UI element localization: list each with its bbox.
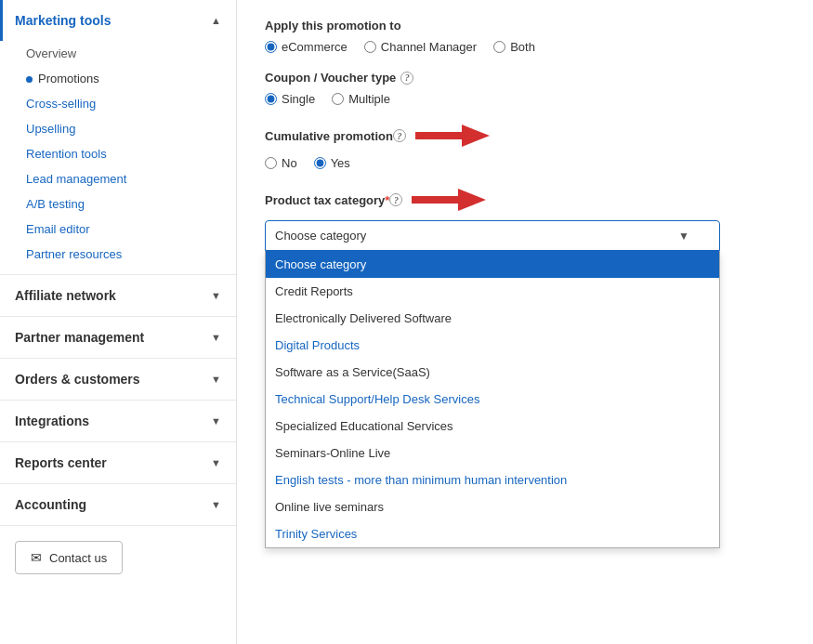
sidebar-item-integrations[interactable]: Integrations ▼ (0, 401, 236, 441)
dropdown-item-seminars-online[interactable]: Seminars-Online Live (266, 440, 719, 467)
dropdown-selected-text: Choose category (275, 229, 366, 243)
chevron-up-icon: ▲ (211, 15, 221, 26)
chevron-down-icon: ▼ (211, 290, 221, 301)
dropdown-item-electronically-delivered[interactable]: Electronically Delivered Software (266, 305, 719, 332)
radio-ecommerce-input[interactable] (265, 41, 277, 53)
product-tax-section: Product tax category * ? Choose category… (265, 187, 785, 251)
sidebar-section-affiliate-network: Affiliate network ▼ (0, 275, 236, 317)
dropdown-item-english-tests[interactable]: English tests - more than minimum human … (266, 467, 719, 493)
sidebar-item-promotions[interactable]: Promotions (0, 66, 236, 91)
sidebar-item-partner-resources[interactable]: Partner resources (0, 242, 236, 267)
svg-marker-0 (415, 125, 490, 147)
sidebar-section-reports-center: Reports center ▼ (0, 442, 236, 484)
dropdown-item-choose[interactable]: Choose category (266, 251, 719, 278)
sidebar-item-affiliate-network[interactable]: Affiliate network ▼ (0, 275, 236, 316)
chevron-down-icon: ▼ (211, 457, 221, 468)
product-tax-label-row: Product tax category * ? (265, 187, 785, 213)
radio-channel-manager[interactable]: Channel Manager (364, 40, 477, 54)
radio-no[interactable]: No (265, 156, 297, 170)
apply-promotion-label: Apply this promotion to (265, 19, 785, 33)
radio-single[interactable]: Single (265, 92, 315, 106)
product-tax-dropdown-list: Choose category Credit Reports Electroni… (265, 251, 720, 548)
radio-both[interactable]: Both (493, 40, 535, 54)
sidebar-item-marketing-tools[interactable]: Marketing tools ▲ (0, 0, 236, 41)
coupon-voucher-section: Coupon / Voucher type ? Single Multiple (265, 71, 785, 106)
dropdown-chevron-icon: ▼ (678, 230, 689, 243)
sidebar-section-label: Partner management (15, 330, 144, 345)
sidebar-item-upselling[interactable]: Upselling (0, 116, 236, 141)
sidebar-item-orders-customers[interactable]: Orders & customers ▼ (0, 359, 236, 400)
sidebar-section-orders-customers: Orders & customers ▼ (0, 359, 236, 401)
sidebar-item-ab-testing[interactable]: A/B testing (0, 191, 236, 217)
dropdown-item-online-live[interactable]: Online live seminars (266, 493, 719, 520)
sidebar-item-email-editor[interactable]: Email editor (0, 217, 236, 242)
sidebar-item-partner-management[interactable]: Partner management ▼ (0, 317, 236, 358)
active-dot-icon (26, 76, 33, 83)
radio-no-input[interactable] (265, 157, 277, 169)
red-arrow-icon (415, 123, 490, 149)
sidebar-item-accounting[interactable]: Accounting ▼ (0, 484, 236, 525)
envelope-icon: ✉ (31, 550, 42, 565)
red-arrow-icon-2 (412, 187, 486, 213)
dropdown-item-technical-support[interactable]: Technical Support/Help Desk Services (266, 386, 719, 413)
radio-both-input[interactable] (493, 41, 505, 53)
sidebar-item-lead-management[interactable]: Lead management (0, 166, 236, 191)
tax-help-icon[interactable]: ? (389, 193, 402, 206)
sidebar-section-label: Marketing tools (15, 13, 111, 28)
chevron-down-icon: ▼ (211, 332, 221, 343)
sidebar-item-overview[interactable]: Overview (0, 41, 236, 66)
radio-multiple[interactable]: Multiple (332, 92, 390, 106)
svg-marker-1 (412, 189, 486, 211)
sidebar-item-cross-selling[interactable]: Cross-selling (0, 91, 236, 116)
contact-us-label: Contact us (49, 551, 107, 565)
sidebar-section-accounting: Accounting ▼ (0, 484, 236, 526)
main-content: Apply this promotion to eCommerce Channe… (237, 0, 813, 644)
sidebar-section-label: Accounting (15, 497, 86, 512)
apply-promotion-radio-group: eCommerce Channel Manager Both (265, 40, 785, 54)
sidebar-section-partner-management: Partner management ▼ (0, 317, 236, 359)
product-tax-dropdown-wrapper: Choose category Choose category ▼ Choose… (265, 220, 720, 251)
chevron-down-icon: ▼ (211, 374, 221, 385)
sidebar: Marketing tools ▲ Overview Promotions Cr… (0, 0, 237, 644)
dropdown-display[interactable]: Choose category ▼ (265, 220, 720, 251)
sidebar-item-retention-tools[interactable]: Retention tools (0, 141, 236, 166)
cumulative-section: Cumulative promotion ? No Yes (265, 123, 785, 170)
radio-multiple-input[interactable] (332, 93, 344, 105)
sidebar-section-label: Integrations (15, 414, 89, 428)
dropdown-item-specialized-educational[interactable]: Specialized Educational Services (266, 413, 719, 440)
dropdown-trigger[interactable]: Choose category ▼ Choose category Credit… (265, 220, 720, 251)
chevron-down-icon: ▼ (211, 499, 221, 510)
sidebar-item-reports-center[interactable]: Reports center ▼ (0, 442, 236, 483)
chevron-down-icon: ▼ (211, 415, 221, 427)
dropdown-item-credit-reports[interactable]: Credit Reports (266, 278, 719, 305)
cumulative-help-icon[interactable]: ? (393, 129, 406, 142)
radio-yes-input[interactable] (314, 157, 326, 169)
radio-ecommerce[interactable]: eCommerce (265, 40, 347, 54)
contact-us-button[interactable]: ✉ Contact us (15, 541, 123, 574)
dropdown-item-digital-products[interactable]: Digital Products (266, 332, 719, 359)
apply-promotion-section: Apply this promotion to eCommerce Channe… (265, 19, 785, 54)
sidebar-section-marketing-tools: Marketing tools ▲ Overview Promotions Cr… (0, 0, 236, 275)
sidebar-section-integrations: Integrations ▼ (0, 401, 236, 442)
coupon-voucher-label: Coupon / Voucher type ? (265, 71, 785, 85)
sidebar-section-label: Reports center (15, 455, 107, 470)
coupon-help-icon[interactable]: ? (400, 72, 413, 85)
dropdown-item-trinity[interactable]: Trinity Services (266, 520, 719, 547)
dropdown-item-saas[interactable]: Software as a Service(SaaS) (266, 359, 719, 386)
radio-channel-manager-input[interactable] (364, 41, 376, 53)
sidebar-section-label: Affiliate network (15, 288, 116, 303)
coupon-voucher-radio-group: Single Multiple (265, 92, 785, 106)
radio-single-input[interactable] (265, 93, 277, 105)
cumulative-label-row: Cumulative promotion ? (265, 123, 785, 149)
sidebar-nav-marketing-tools: Overview Promotions Cross-selling Upsell… (0, 41, 236, 274)
cumulative-radio-group: No Yes (265, 156, 785, 170)
sidebar-section-label: Orders & customers (15, 372, 140, 387)
radio-yes[interactable]: Yes (314, 156, 350, 170)
